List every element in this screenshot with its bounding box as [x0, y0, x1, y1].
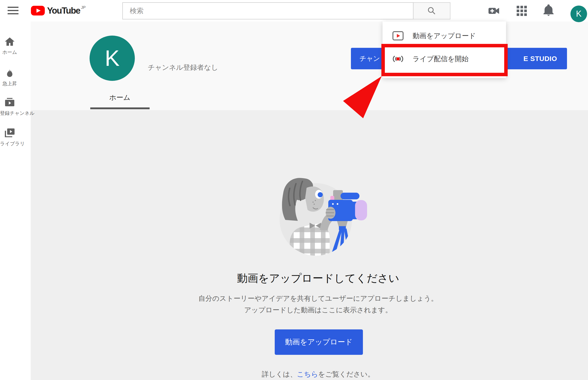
- youtube-logo[interactable]: YouTube JP: [31, 6, 86, 16]
- tab-home[interactable]: ホーム: [106, 93, 134, 102]
- logo-wordmark: YouTube: [47, 6, 80, 16]
- upload-video-button[interactable]: 動画をアップロード: [275, 329, 363, 355]
- channel-avatar[interactable]: K: [89, 36, 135, 81]
- learn-more-text: 詳しくは、こちらをご覧ください。: [39, 370, 588, 379]
- youtube-play-icon: [31, 6, 45, 16]
- flame-icon: [5, 67, 14, 78]
- menu-item-label: ライブ配信を開始: [412, 54, 469, 64]
- sidebar-item-subscriptions[interactable]: 登録チャンネル: [0, 98, 19, 116]
- learn-more-suffix: をご覧ください。: [318, 370, 374, 378]
- sidebar-item-library[interactable]: ライブラリ: [0, 129, 19, 147]
- search-icon: [428, 7, 436, 15]
- upload-illustration: [268, 174, 369, 267]
- sidebar-item-home[interactable]: ホーム: [0, 37, 19, 56]
- avatar-initial: K: [576, 9, 582, 19]
- create-video-button[interactable]: [488, 5, 500, 16]
- video-camera-plus-icon: [488, 6, 500, 15]
- channel-content: 動画をアップロードしてください 自分のストーリーやアイデアを共有してユーザーにア…: [31, 110, 588, 380]
- library-icon: [4, 129, 15, 138]
- subscriptions-icon: [5, 98, 15, 107]
- create-menu-dropdown: 動画をアップロード ライブ配信を開始: [383, 21, 506, 78]
- apps-grid-icon: [517, 6, 527, 16]
- search-button[interactable]: [413, 2, 450, 19]
- notifications-button[interactable]: [542, 5, 555, 15]
- menu-hamburger-icon[interactable]: [8, 7, 18, 15]
- youtube-channel-page: YouTube JP: [0, 0, 588, 380]
- sidebar-item-label: ライブラリ: [0, 140, 19, 147]
- sidebar: ホーム 急上昇 登録チャンネル ライブラリ: [0, 21, 31, 380]
- sidebar-item-label: ホーム: [0, 49, 19, 56]
- logo-region-code: JP: [81, 5, 86, 10]
- customize-channel-label: チャン: [359, 54, 380, 63]
- apps-grid-button[interactable]: [515, 5, 528, 16]
- menu-item-upload-video[interactable]: 動画をアップロード: [383, 24, 506, 47]
- account-avatar[interactable]: K: [570, 5, 587, 22]
- channel-avatar-initial: K: [105, 45, 120, 71]
- menu-item-go-live[interactable]: ライブ配信を開始: [383, 47, 506, 71]
- learn-more-link[interactable]: こちら: [297, 370, 318, 378]
- empty-state-description-1: 自分のストーリーやアイデアを共有してユーザーにアプローチしましょう。: [39, 294, 588, 303]
- upload-video-icon: [392, 31, 404, 40]
- sidebar-item-label: 急上昇: [0, 80, 19, 87]
- empty-state-description-2: アップロードした動画はここに表示されます。: [39, 305, 588, 315]
- active-tab-underline: [90, 107, 150, 109]
- empty-state-title: 動画をアップロードしてください: [39, 271, 588, 285]
- subscriber-count: チャンネル登録者なし: [148, 63, 218, 72]
- home-icon: [4, 37, 15, 46]
- live-broadcast-icon: [392, 54, 404, 63]
- top-bar: YouTube JP: [0, 0, 588, 21]
- search-input[interactable]: [122, 2, 413, 19]
- bell-icon: [543, 4, 554, 16]
- youtube-studio-label: E STUDIO: [523, 55, 557, 63]
- sidebar-item-label: 登録チャンネル: [0, 110, 19, 116]
- learn-more-prefix: 詳しくは、: [262, 370, 297, 378]
- sidebar-item-trending[interactable]: 急上昇: [0, 67, 19, 87]
- menu-item-label: 動画をアップロード: [412, 31, 476, 41]
